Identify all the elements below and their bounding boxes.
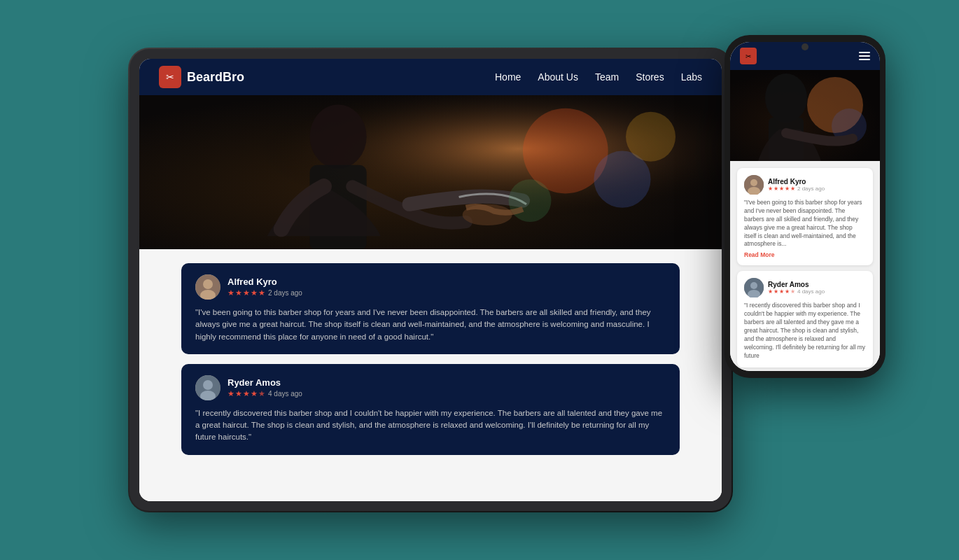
star: ★ <box>251 389 258 398</box>
nav-labs[interactable]: Labs <box>681 71 702 83</box>
stars-1: ★ ★ ★ ★ ★ <box>227 288 265 298</box>
tablet-hero-image <box>139 95 722 249</box>
brand-name: BeardBro <box>187 70 244 85</box>
svg-point-8 <box>626 112 676 162</box>
star: ★ <box>235 389 242 398</box>
phone-review-meta-2: Ryder Amos ★ ★ ★ ★ ★ 4 days ago <box>768 281 825 295</box>
review-meta-1: Alfred Kyro ★ ★ ★ ★ ★ 2 days ago <box>227 276 666 298</box>
phone-device: ✂ <box>724 35 886 378</box>
tablet-screen: ✂ BeardBro Home About Us Team Stores Lab… <box>139 59 722 501</box>
star-half: ★ <box>258 389 265 398</box>
star: ★ <box>227 389 234 398</box>
phone-avatar-alfred <box>744 175 764 195</box>
svg-point-14 <box>203 380 213 390</box>
stars-2: ★ ★ ★ ★ ★ <box>227 389 265 398</box>
phone-reviewer-name-2: Ryder Amos <box>768 281 825 288</box>
reviewer-name-2: Ryder Amos <box>227 377 666 388</box>
read-more-link-1[interactable]: Read More <box>744 251 866 258</box>
reviewer-name-1: Alfred Kyro <box>227 276 666 287</box>
phone-notch <box>802 43 808 50</box>
review-text-1: "I've been going to this barber shop for… <box>195 307 666 343</box>
star: ★ <box>227 288 234 298</box>
star: ★ <box>258 288 265 298</box>
phone-review-time-1: 2 days ago <box>797 186 825 192</box>
phone-review-meta-1: Alfred Kyro ★ ★ ★ ★ ★ 2 days ago <box>768 178 825 192</box>
review-time-2: 4 days ago <box>268 390 302 398</box>
avatar-ryder <box>195 375 220 400</box>
tablet-reviews-section: Alfred Kyro ★ ★ ★ ★ ★ 2 days ago <box>139 249 722 501</box>
phone-review-text-2: "I recently discovered this barber shop … <box>744 302 866 360</box>
stars-row-2: ★ ★ ★ ★ ★ 4 days ago <box>227 389 666 398</box>
phone-stars-1: ★ ★ ★ ★ ★ <box>768 186 795 192</box>
phone-screen: ✂ <box>730 42 880 371</box>
review-meta-2: Ryder Amos ★ ★ ★ ★ ★ 4 days ago <box>227 377 666 398</box>
star: ★ <box>243 288 250 298</box>
review-header-2: Ryder Amos ★ ★ ★ ★ ★ 4 days ago <box>195 375 666 400</box>
svg-point-22 <box>750 179 757 186</box>
nav-about[interactable]: About Us <box>538 71 578 83</box>
phone-review-text-1: "I've been going to this barber shop for… <box>744 199 866 248</box>
review-text-2: "I recently discovered this barber shop … <box>195 407 666 444</box>
phone-avatar-ryder <box>744 278 764 298</box>
phone-review-card-2: Ryder Amos ★ ★ ★ ★ ★ 4 days ago <box>737 271 873 367</box>
review-time-1: 2 days ago <box>268 289 302 297</box>
brand-logo[interactable]: ✂ BeardBro <box>159 66 244 88</box>
svg-point-11 <box>203 279 213 289</box>
tablet-device: ✂ BeardBro Home About Us Team Stores Lab… <box>130 49 732 511</box>
nav-home[interactable]: Home <box>495 71 521 83</box>
phone-reviewer-name-1: Alfred Kyro <box>768 178 825 186</box>
phone-reviews-section: Alfred Kyro ★ ★ ★ ★ ★ 2 days ago <box>730 161 880 371</box>
phone-brand-icon: ✂ <box>740 48 757 64</box>
tablet-navbar: ✂ BeardBro Home About Us Team Stores Lab… <box>139 59 722 95</box>
nav-team[interactable]: Team <box>595 71 619 83</box>
review-header-1: Alfred Kyro ★ ★ ★ ★ ★ 2 days ago <box>195 274 666 300</box>
star: ★ <box>251 288 258 298</box>
phone-review-header-2: Ryder Amos ★ ★ ★ ★ ★ 4 days ago <box>744 278 866 298</box>
phone-stars-2: ★ ★ ★ ★ ★ <box>768 288 795 295</box>
phone-review-header-1: Alfred Kyro ★ ★ ★ ★ ★ 2 days ago <box>744 175 866 195</box>
svg-point-2 <box>310 105 367 169</box>
nav-stores[interactable]: Stores <box>636 71 664 83</box>
nav-links: Home About Us Team Stores Labs <box>495 71 702 83</box>
svg-point-7 <box>509 179 552 222</box>
phone-review-card-1: Alfred Kyro ★ ★ ★ ★ ★ 2 days ago <box>737 168 873 265</box>
stars-row-1: ★ ★ ★ ★ ★ 2 days ago <box>227 288 666 298</box>
avatar-alfred <box>195 274 220 300</box>
review-card-2: Ryder Amos ★ ★ ★ ★ ★ 4 days ago <box>181 364 680 455</box>
review-card-1: Alfred Kyro ★ ★ ★ ★ ★ 2 days ago <box>181 263 680 354</box>
star: ★ <box>235 288 242 298</box>
phone-review-time-2: 4 days ago <box>797 288 825 295</box>
svg-point-25 <box>750 282 757 289</box>
phone-hero-image <box>730 70 880 161</box>
star: ★ <box>243 389 250 398</box>
hamburger-menu[interactable] <box>859 52 870 60</box>
scene: ✂ BeardBro Home About Us Team Stores Lab… <box>94 28 864 532</box>
brand-icon: ✂ <box>159 66 181 88</box>
svg-point-19 <box>765 74 807 122</box>
